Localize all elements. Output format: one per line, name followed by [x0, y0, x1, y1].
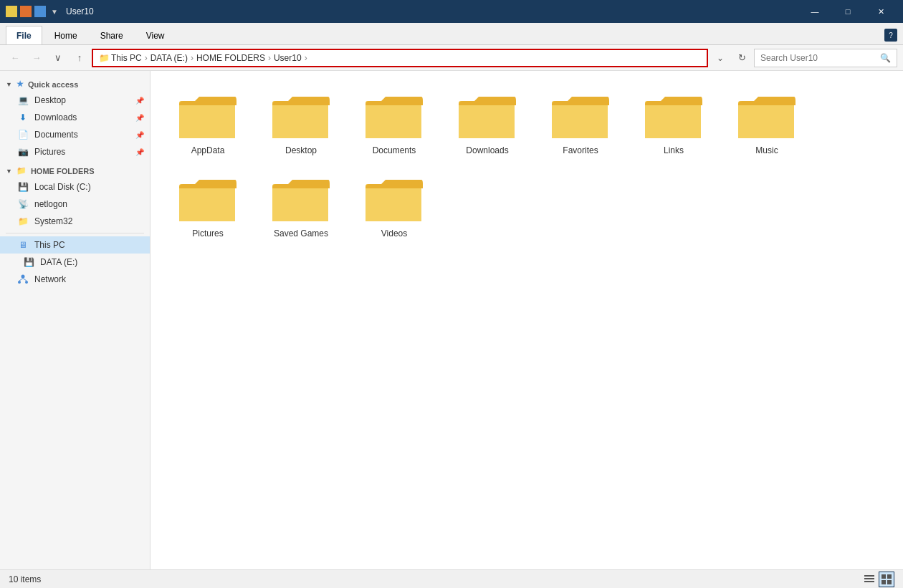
- refresh-button[interactable]: ↻: [732, 49, 751, 67]
- help-button[interactable]: ?: [884, 29, 897, 42]
- downloads-icon: ⬇: [17, 112, 29, 123]
- title-dropdown[interactable]: ▼: [49, 6, 60, 17]
- folder-item-appdata[interactable]: AppData: [165, 85, 251, 161]
- sidebar-item-desktop[interactable]: 💻 Desktop 📌: [0, 92, 150, 109]
- path-folder-icon: 📁: [99, 53, 110, 63]
- svg-rect-26: [864, 578, 874, 579]
- sidebar-item-data-drive-label: DATA (E:): [40, 257, 77, 267]
- tab-share[interactable]: Share: [90, 26, 134, 44]
- folder-icon-documents: [366, 91, 423, 143]
- view-icons-button[interactable]: [879, 572, 894, 587]
- folder-label-favorites: Favorites: [563, 145, 598, 155]
- close-button[interactable]: ✕: [864, 0, 897, 23]
- data-drive-icon: 💾: [23, 256, 34, 268]
- sidebar-item-pictures[interactable]: 📷 Pictures 📌: [0, 143, 150, 160]
- path-thispc[interactable]: This PC: [111, 53, 142, 63]
- sidebar-item-system32[interactable]: 📁 System32: [0, 213, 150, 230]
- address-bar: ← → ∨ ↑ 📁 This PC › DATA (E:) › HOME FOL…: [0, 45, 903, 71]
- path-sep-4: ›: [305, 53, 307, 63]
- home-folders-label: HOME FOLDERS: [31, 167, 95, 175]
- network-icon: [17, 274, 29, 285]
- folder-grid: AppData Desktop: [165, 85, 889, 244]
- folder-item-links[interactable]: Links: [631, 85, 717, 161]
- ribbon-tabs: File Home Share View ?: [0, 23, 903, 44]
- svg-rect-18: [738, 105, 794, 138]
- folder-item-pictures[interactable]: Pictures: [165, 168, 251, 244]
- up-button[interactable]: ↑: [70, 49, 89, 67]
- folder-item-music[interactable]: Music: [724, 85, 810, 161]
- folder-item-videos[interactable]: Videos: [351, 168, 437, 244]
- svg-rect-22: [272, 188, 328, 221]
- search-box[interactable]: 🔍: [754, 49, 897, 67]
- sidebar-section-quick: ▼ ★ Quick access 💻 Desktop 📌 ⬇ Downloads…: [0, 77, 150, 160]
- svg-point-2: [25, 281, 28, 284]
- svg-rect-28: [882, 574, 886, 579]
- status-bar: 10 items: [0, 569, 903, 588]
- path-sep-2: ›: [191, 53, 194, 63]
- svg-rect-31: [887, 580, 892, 584]
- title-icons: ▼: [6, 6, 60, 17]
- sidebar: ▼ ★ Quick access 💻 Desktop 📌 ⬇ Downloads…: [0, 71, 150, 569]
- address-path[interactable]: 📁 This PC › DATA (E:) › HOME FOLDERS › U…: [92, 49, 708, 67]
- folder-icon-links: [645, 91, 702, 143]
- folder-item-documents[interactable]: Documents: [351, 85, 437, 161]
- pin-icon-pictures: 📌: [135, 148, 144, 156]
- folder-label-pictures: Pictures: [192, 228, 223, 238]
- sidebar-item-thispc-label: This PC: [34, 240, 65, 250]
- sidebar-item-netlogon-label: netlogon: [34, 199, 67, 209]
- svg-rect-29: [887, 574, 892, 579]
- title-bar: ▼ User10 — □ ✕: [0, 0, 903, 23]
- folder-item-downloads[interactable]: Downloads: [444, 85, 530, 161]
- maximize-button[interactable]: □: [831, 0, 864, 23]
- folder-item-desktop[interactable]: Desktop: [258, 85, 344, 161]
- home-folders-header[interactable]: ▼ 📁 HOME FOLDERS: [0, 163, 150, 178]
- view-details-button[interactable]: [861, 572, 877, 587]
- sidebar-item-netlogon[interactable]: 📡 netlogon: [0, 196, 150, 213]
- system32-icon: 📁: [17, 216, 29, 227]
- sidebar-item-network[interactable]: Network: [0, 271, 150, 288]
- tab-home[interactable]: Home: [44, 26, 88, 44]
- recent-button[interactable]: ∨: [49, 49, 67, 67]
- svg-rect-16: [645, 105, 701, 138]
- tab-view[interactable]: View: [135, 26, 176, 44]
- address-dropdown[interactable]: ⌄: [711, 49, 730, 67]
- sidebar-divider-1: [6, 233, 144, 233]
- quick-access-header[interactable]: ▼ ★ Quick access: [0, 77, 150, 92]
- path-homefolders[interactable]: HOME FOLDERS: [196, 53, 265, 63]
- folder-icon-pictures: [179, 174, 236, 226]
- back-button[interactable]: ←: [6, 49, 24, 67]
- folder-label-music: Music: [755, 145, 778, 155]
- home-folder-icon: 📁: [16, 166, 27, 175]
- svg-rect-25: [864, 575, 874, 577]
- folder-label-downloads: Downloads: [466, 145, 508, 155]
- pin-icon-downloads: 📌: [135, 114, 144, 122]
- sidebar-item-thispc[interactable]: 🖥 This PC: [0, 236, 150, 254]
- content-area: AppData Desktop: [150, 71, 903, 569]
- svg-point-0: [22, 275, 25, 279]
- path-drive[interactable]: DATA (E:): [150, 53, 188, 63]
- svg-rect-12: [459, 105, 515, 138]
- tab-file[interactable]: File: [6, 26, 42, 44]
- search-icon: 🔍: [880, 53, 891, 63]
- path-user10[interactable]: User10: [274, 53, 302, 63]
- minimize-button[interactable]: —: [798, 0, 831, 23]
- thispc-icon: 🖥: [17, 239, 29, 251]
- svg-line-3: [19, 279, 23, 281]
- window-title: User10: [66, 6, 798, 16]
- folder-item-savedgames[interactable]: Saved Games: [258, 168, 344, 244]
- forward-button[interactable]: →: [27, 49, 46, 67]
- svg-rect-30: [882, 580, 886, 584]
- folder-label-links: Links: [664, 145, 684, 155]
- folder-icon-desktop: [272, 91, 330, 143]
- sidebar-item-downloads[interactable]: ⬇ Downloads 📌: [0, 109, 150, 126]
- path-sep-1: ›: [145, 53, 148, 63]
- search-input[interactable]: [760, 53, 877, 63]
- sidebar-item-documents[interactable]: 📄 Documents 📌: [0, 126, 150, 143]
- sidebar-item-localdisk[interactable]: 💾 Local Disk (C:): [0, 178, 150, 196]
- star-icon: ★: [16, 79, 24, 89]
- folder-label-desktop: Desktop: [285, 145, 317, 155]
- folder-item-favorites[interactable]: Favorites: [538, 85, 624, 161]
- svg-rect-14: [552, 105, 608, 138]
- view-buttons: [861, 572, 894, 587]
- sidebar-item-data-drive[interactable]: 💾 DATA (E:): [0, 254, 150, 271]
